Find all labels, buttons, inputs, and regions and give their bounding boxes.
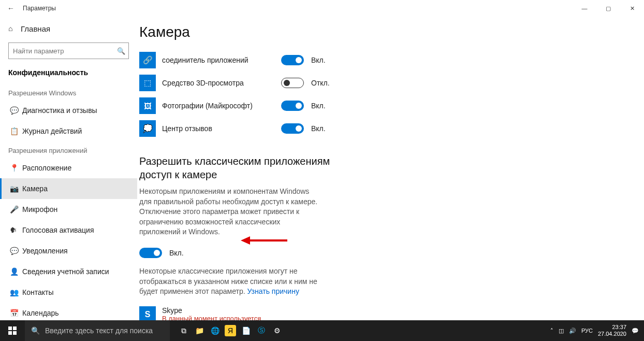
- taskbar: 🔍 Введите здесь текст для поиска ⧉ 📁 🌐 Я…: [0, 320, 644, 341]
- app-settings-icon[interactable]: ⚙: [269, 320, 285, 341]
- close-button[interactable]: ✕: [620, 0, 644, 17]
- app-permission-row: 🖼 Фотографии (Майкрософт) Вкл.: [139, 94, 632, 117]
- section-note: Некоторые классические приложения могут …: [139, 266, 320, 297]
- sidebar-item[interactable]: 💬Уведомления: [0, 240, 137, 261]
- sidebar-item-icon: 👤: [10, 267, 22, 276]
- app-skype-icon[interactable]: Ⓢ: [254, 320, 269, 341]
- window-controls: — ▢ ✕: [573, 0, 644, 17]
- classic-app-icon: S: [139, 306, 156, 320]
- sidebar-item-icon: 🗣: [10, 226, 22, 234]
- back-button[interactable]: ←: [7, 4, 20, 12]
- sidebar-item[interactable]: 👤Сведения учетной записи: [0, 261, 137, 282]
- home-icon: ⌂: [8, 24, 21, 33]
- taskbar-search[interactable]: 🔍 Введите здесь текст для поиска: [25, 320, 170, 341]
- taskbar-apps: ⧉ 📁 🌐 Я 📄 Ⓢ ⚙: [176, 320, 285, 341]
- group-windows-perms: Разрешения Windows: [0, 84, 137, 100]
- app-permission-row: 💭 Центр отзывов Вкл.: [139, 117, 632, 140]
- tray-clock[interactable]: 23:37 27.04.2020: [598, 324, 626, 337]
- app-permission-row: ⬚ Средство 3D-просмотра Откл.: [139, 72, 632, 94]
- svg-marker-1: [241, 236, 250, 245]
- page-title: Камера: [139, 24, 632, 40]
- svg-rect-4: [8, 331, 12, 335]
- app-icon: 🔗: [139, 52, 156, 68]
- sidebar-item[interactable]: 💬Диагностика и отзывы: [0, 100, 137, 121]
- master-toggle[interactable]: [139, 248, 162, 258]
- sidebar-item-icon: 📍: [10, 164, 22, 172]
- section-description: Некоторым приложениям и компонентам Wind…: [139, 187, 320, 237]
- app-name: Центр отзывов: [162, 124, 281, 133]
- app-toggle-label: Откл.: [311, 79, 330, 87]
- svg-rect-2: [8, 326, 12, 330]
- app-yandex-icon[interactable]: Я: [225, 325, 236, 336]
- home-label: Главная: [21, 24, 50, 33]
- start-button[interactable]: [0, 320, 25, 341]
- main-content: Камера 🔗 соединитель приложений Вкл. ⬚ С…: [137, 17, 644, 320]
- sidebar-item-icon: 📅: [10, 309, 22, 317]
- tray-network-icon[interactable]: ◫: [559, 328, 564, 334]
- search-box[interactable]: 🔍: [8, 42, 129, 59]
- sidebar-item-label: Камера: [22, 184, 48, 193]
- app-icon: ⬚: [139, 75, 156, 91]
- group-app-perms: Разрешения приложений: [0, 141, 137, 158]
- home-link[interactable]: ⌂ Главная: [0, 19, 137, 38]
- app-toggle-label: Вкл.: [311, 56, 326, 64]
- sidebar-item[interactable]: 🗣Голосовая активация: [0, 220, 137, 240]
- sidebar-item-label: Контакты: [22, 288, 53, 296]
- sidebar-item-icon: 📷: [10, 184, 22, 193]
- app-docs-icon[interactable]: 📄: [238, 320, 254, 341]
- app-permission-row: 🔗 соединитель приложений Вкл.: [139, 49, 632, 72]
- app-toggle-label: Вкл.: [311, 102, 326, 110]
- svg-rect-5: [13, 331, 17, 335]
- category-title: Конфиденциальность: [0, 64, 137, 84]
- tray-language[interactable]: РУС: [581, 328, 593, 334]
- sidebar-item[interactable]: 📍Расположение: [0, 158, 137, 178]
- sidebar-item-label: Уведомления: [22, 247, 68, 255]
- app-toggle[interactable]: [281, 78, 304, 88]
- sidebar: ⌂ Главная 🔍 Конфиденциальность Разрешени…: [0, 17, 137, 320]
- learn-more-link[interactable]: Узнать причину: [247, 287, 299, 295]
- classic-app-status: В данный момент используется: [162, 315, 261, 320]
- search-icon: 🔍: [31, 326, 40, 335]
- sidebar-item[interactable]: 🎤Микрофон: [0, 199, 137, 220]
- sidebar-item-label: Журнал действий: [22, 127, 82, 135]
- maximize-button[interactable]: ▢: [596, 0, 620, 17]
- sidebar-item-label: Диагностика и отзывы: [22, 106, 97, 115]
- app-toggle[interactable]: [281, 55, 304, 65]
- sidebar-item-icon: 🎤: [10, 205, 22, 214]
- classic-app-row: S Skype В данный момент используется: [139, 306, 632, 320]
- sidebar-item-label: Микрофон: [22, 205, 57, 214]
- app-toggle[interactable]: [281, 123, 304, 134]
- sidebar-item-label: Расположение: [22, 164, 71, 172]
- sidebar-item-icon: 💬: [10, 106, 22, 115]
- tray-notifications-icon[interactable]: 💬: [632, 328, 639, 334]
- sidebar-item[interactable]: 👥Контакты: [0, 282, 137, 303]
- app-name: Средство 3D-просмотра: [162, 79, 281, 87]
- app-toggle-label: Вкл.: [311, 124, 326, 133]
- sidebar-item-icon: 📋: [10, 127, 22, 135]
- app-name: соединитель приложений: [162, 56, 281, 64]
- search-input[interactable]: [9, 47, 114, 55]
- app-toggle[interactable]: [281, 101, 304, 111]
- window-title: Параметры: [23, 5, 56, 12]
- app-icon: 💭: [139, 120, 156, 137]
- classic-app-name: Skype: [162, 306, 261, 315]
- app-explorer-icon[interactable]: 📁: [192, 320, 207, 341]
- master-toggle-label: Вкл.: [169, 249, 184, 257]
- sidebar-item-icon: 💬: [10, 247, 22, 255]
- app-chrome-icon[interactable]: 🌐: [207, 320, 223, 341]
- sidebar-item[interactable]: 📅Календарь: [0, 303, 137, 320]
- tray-up-icon[interactable]: ˄: [550, 328, 553, 334]
- titlebar: ← Параметры: [0, 0, 644, 17]
- sidebar-item-icon: 👥: [10, 288, 22, 296]
- sidebar-item[interactable]: 📷Камера: [0, 178, 137, 199]
- app-icon: 🖼: [139, 97, 156, 114]
- sidebar-item[interactable]: 📋Журнал действий: [0, 121, 137, 141]
- sidebar-item-label: Календарь: [22, 309, 59, 317]
- section-heading: Разрешить классическим приложениям досту…: [139, 154, 336, 181]
- app-name: Фотографии (Майкрософт): [162, 102, 281, 110]
- task-view-icon[interactable]: ⧉: [176, 320, 192, 341]
- sidebar-item-label: Голосовая активация: [22, 226, 94, 234]
- tray-volume-icon[interactable]: 🔊: [569, 328, 576, 334]
- svg-rect-3: [13, 326, 17, 330]
- minimize-button[interactable]: —: [573, 0, 596, 17]
